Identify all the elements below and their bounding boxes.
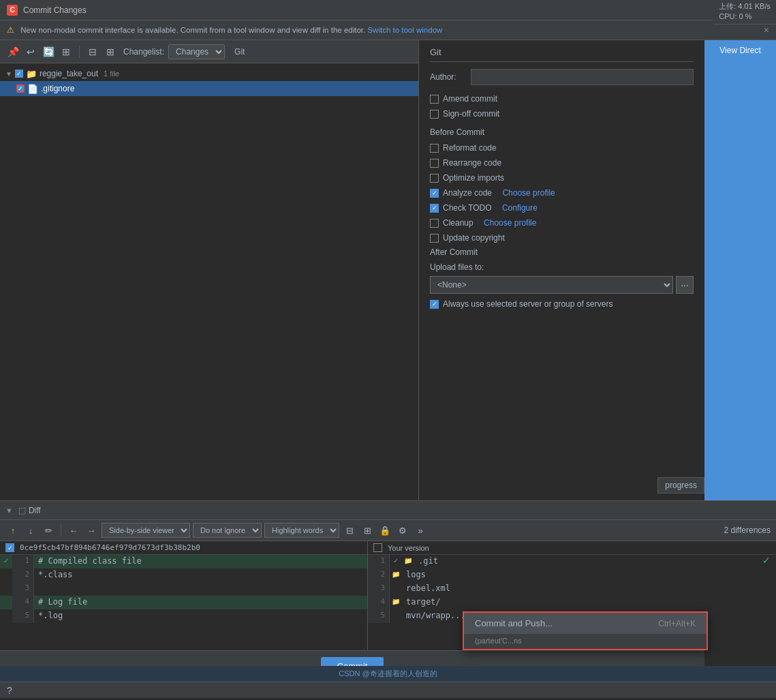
- diff-left-checkbox[interactable]: ✓: [5, 543, 14, 552]
- changelist-select[interactable]: Changes: [168, 44, 225, 59]
- commit-push-shortcut: Ctrl+Alt+K: [658, 619, 696, 628]
- update-copyright-checkbox[interactable]: [430, 234, 439, 243]
- reformat-code-checkbox[interactable]: [430, 144, 439, 153]
- collapse-all-button[interactable]: ⊟: [85, 44, 100, 59]
- tree-chevron-icon: ▼: [5, 70, 12, 78]
- upload-row: <None> ···: [430, 276, 694, 294]
- folder-icon: 📁: [26, 69, 37, 79]
- diff-right-content-1: .git: [414, 555, 762, 568]
- analyze-code-label: Analyze code: [443, 188, 492, 198]
- upload-select[interactable]: <None>: [430, 276, 673, 294]
- diff-right-icon-2: 📁: [390, 568, 402, 582]
- diff-lock-button[interactable]: 🔒: [377, 523, 392, 538]
- diff-comment-icon-3: [0, 582, 12, 596]
- root-count: 1 file: [104, 70, 119, 78]
- rearrange-code-checkbox[interactable]: [430, 159, 439, 168]
- analyze-code-checkbox[interactable]: ✓: [430, 189, 439, 198]
- child-checkbox[interactable]: ✓: [16, 85, 25, 93]
- diff-next-button[interactable]: ↓: [23, 523, 38, 538]
- commit-push-item[interactable]: Commit and Push... Ctrl+Alt+K: [464, 613, 707, 634]
- git-label: Git: [234, 47, 245, 57]
- file-tree: ▼ ✓ 📁 reggie_take_out 1 file ✓ 📄 .gitign…: [0, 63, 418, 532]
- diff-right-line-3: 3 rebel.xml: [368, 582, 776, 596]
- diff-linecontent-4: # Log file: [34, 596, 367, 609]
- grid-button[interactable]: ⊞: [59, 44, 74, 59]
- notification-close-button[interactable]: ×: [764, 25, 769, 35]
- cleanup-row: Cleanup Choose profile: [430, 217, 694, 228]
- optimize-imports-checkbox[interactable]: [430, 174, 439, 183]
- diff-forward-button[interactable]: →: [84, 523, 99, 538]
- diff-linenum-2: 2: [12, 568, 34, 582]
- always-use-checkbox[interactable]: ✓: [430, 300, 439, 309]
- diff-right-linenum-3: 3: [368, 582, 390, 596]
- diff-back-button[interactable]: ←: [66, 523, 81, 538]
- diff-chevron-icon[interactable]: ▼: [5, 506, 13, 515]
- tree-child-item[interactable]: ✓ 📄 .gitignore: [0, 81, 418, 96]
- app-icon: C: [7, 5, 18, 16]
- check-todo-link[interactable]: Configure: [502, 203, 538, 213]
- amend-commit-row: Amend commit: [430, 93, 694, 104]
- rearrange-code-row: Rearrange code: [430, 157, 694, 168]
- changelist-label: Changelist:: [123, 47, 164, 57]
- check-todo-checkbox[interactable]: ✓: [430, 204, 439, 213]
- always-use-label: Always use selected server or group of s…: [443, 299, 612, 309]
- diff-highlight-select[interactable]: Highlight words: [264, 523, 339, 538]
- pin-button[interactable]: 📌: [5, 44, 20, 59]
- reformat-code-label: Reformat code: [443, 143, 497, 153]
- optimize-imports-label: Optimize imports: [443, 173, 504, 183]
- reformat-code-row: Reformat code: [430, 142, 694, 153]
- notification-bar: ⚠ New non-modal commit interface is avai…: [0, 20, 776, 40]
- diff-right-line-2: 2 📁 logs: [368, 568, 776, 582]
- changelist-row: Changelist: Changes: [123, 44, 225, 59]
- diff-right-header: Your version: [368, 541, 776, 555]
- diff-right-check-1: ✓: [762, 555, 776, 568]
- root-checkbox[interactable]: ✓: [15, 70, 23, 78]
- signoff-commit-row: Sign-off commit: [430, 108, 694, 119]
- gitignore-icon: 📄: [27, 84, 38, 94]
- amend-commit-checkbox[interactable]: [430, 95, 439, 104]
- optimize-imports-row: Optimize imports: [430, 172, 694, 183]
- diff-linenum-4: 4: [12, 596, 34, 609]
- root-label: reggie_take_out: [40, 69, 98, 78]
- diff-hash-bar: ✓ 0ce9f5cb47bf894b6746ef979d7673df3b38b2…: [0, 541, 367, 555]
- diff-more-button[interactable]: »: [413, 523, 428, 538]
- diff-right-content-4: target/: [402, 596, 776, 609]
- cleanup-checkbox[interactable]: [430, 219, 439, 228]
- diff-prev-button[interactable]: ↑: [5, 523, 20, 538]
- diff-right-checkbox[interactable]: [373, 543, 382, 552]
- cleanup-link[interactable]: Choose profile: [484, 218, 536, 228]
- diff-comment-icon-5: [0, 609, 12, 623]
- undo-button[interactable]: ↩: [23, 44, 38, 59]
- refresh-button[interactable]: 🔄: [41, 44, 56, 59]
- help-icon[interactable]: ?: [7, 685, 12, 696]
- commit-push-subtext: (parteut'C...ns: [464, 634, 707, 649]
- signoff-commit-checkbox[interactable]: [430, 110, 439, 119]
- diff-viewer-select[interactable]: Side-by-side viewer: [102, 523, 190, 538]
- diff-right-line-1: 1 ✓ 📁 .git ✓: [368, 555, 776, 568]
- switch-to-toolwindow-link[interactable]: Switch to tool window: [367, 26, 442, 34]
- expand-all-button[interactable]: ⊞: [103, 44, 118, 59]
- view-direct-label: View Direct: [719, 46, 760, 55]
- diff-settings-button[interactable]: ⊟: [342, 523, 357, 538]
- diff-right-content-3: rebel.xml: [402, 582, 776, 596]
- tree-root-item[interactable]: ▼ ✓ 📁 reggie_take_out 1 file: [0, 66, 418, 81]
- signoff-commit-label: Sign-off commit: [443, 109, 499, 119]
- diff-columns-button[interactable]: ⊞: [360, 523, 375, 538]
- diff-count: 2 differences: [724, 526, 771, 535]
- author-row: Author:: [430, 69, 694, 85]
- upload-more-button[interactable]: ···: [676, 276, 694, 294]
- diff-right-icon-4: 📁: [390, 596, 402, 609]
- author-input[interactable]: [471, 69, 694, 85]
- diff-ignore-select[interactable]: Do not ignore: [193, 523, 262, 538]
- title-bar-left: C Commit Changes: [7, 5, 87, 16]
- diff-edit-button[interactable]: ✏: [41, 523, 56, 538]
- git-section-label: Git: [430, 47, 694, 62]
- diff-gear-button[interactable]: ⚙: [395, 523, 410, 538]
- window-title: Commit Changes: [23, 5, 87, 15]
- analyze-code-link[interactable]: Choose profile: [502, 188, 555, 198]
- diff-comment-icon-4: [0, 596, 12, 609]
- help-bar: ?: [0, 682, 776, 698]
- diff-right-linenum-4: 4: [368, 596, 390, 609]
- toolbar: 📌 ↩ 🔄 ⊞ ⊟ ⊞ Changelist: Changes Git: [0, 40, 418, 63]
- diff-comment-icon-2: [0, 568, 12, 582]
